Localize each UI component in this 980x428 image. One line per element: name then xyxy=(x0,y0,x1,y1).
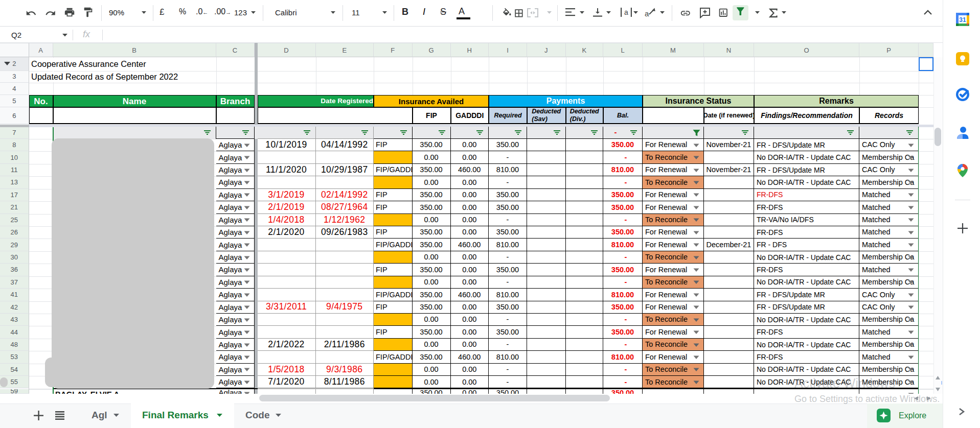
svg-text:a: a xyxy=(624,8,628,16)
svg-text:31: 31 xyxy=(959,16,966,23)
svg-text:a: a xyxy=(645,9,649,18)
